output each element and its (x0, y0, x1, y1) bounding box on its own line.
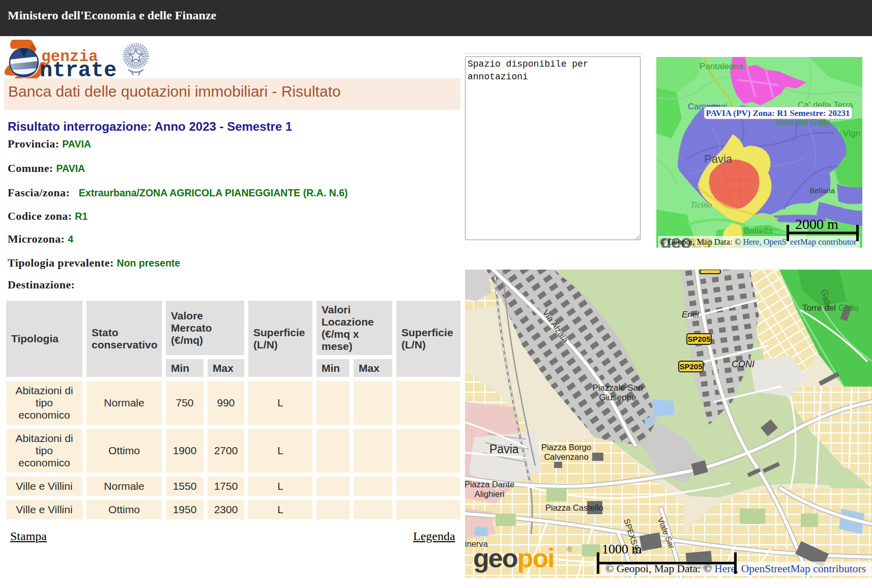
svg-text:Calvenzano: Calvenzano (544, 452, 588, 461)
svg-text:© Geopoi, Map Data: © Here, Op: © Geopoi, Map Data: © Here, OpenS (659, 237, 787, 247)
svg-text:Ticino: Ticino (690, 200, 712, 210)
svg-text:Pantaleona: Pantaleona (700, 62, 744, 71)
svg-text:Pavia: Pavia (704, 153, 733, 165)
svg-text:Giuseppe: Giuseppe (599, 393, 636, 402)
svg-text:Piazzale San: Piazzale San (592, 383, 643, 393)
svg-text:PAVIA (PV) Zona: R1 Semestre:: PAVIA (PV) Zona: R1 Semestre: 20231 (706, 108, 850, 118)
svg-text:geopoi: geopoi (473, 543, 554, 573)
svg-text:SP205: SP205 (687, 335, 710, 343)
svg-text:eetMap contributor: eetMap contributor (790, 237, 857, 247)
svg-text:Piazza Dante: Piazza Dante (465, 480, 514, 489)
svg-text:Bellaria: Bellaria (809, 186, 835, 195)
svg-text:1000 m: 1000 m (602, 542, 642, 556)
svg-text:2000 m: 2000 m (795, 216, 838, 232)
svg-text:Torre del Gallo: Torre del Gallo (802, 303, 859, 313)
svg-text:ntrate: ntrate (40, 58, 117, 79)
svg-text:Battella: Battella (744, 226, 773, 236)
svg-text:®: ® (567, 545, 572, 553)
svg-text:Pavia: Pavia (489, 443, 519, 456)
svg-text:Alighieri: Alighieri (475, 489, 505, 498)
svg-text:Vign: Vign (843, 129, 860, 138)
svg-text:CONI: CONI (732, 359, 754, 369)
svg-text:Enel: Enel (682, 310, 700, 319)
svg-text:SP205: SP205 (679, 362, 702, 371)
svg-text:Piazza Castello: Piazza Castello (545, 503, 603, 512)
svg-text:Piazza Borgo: Piazza Borgo (541, 443, 591, 452)
